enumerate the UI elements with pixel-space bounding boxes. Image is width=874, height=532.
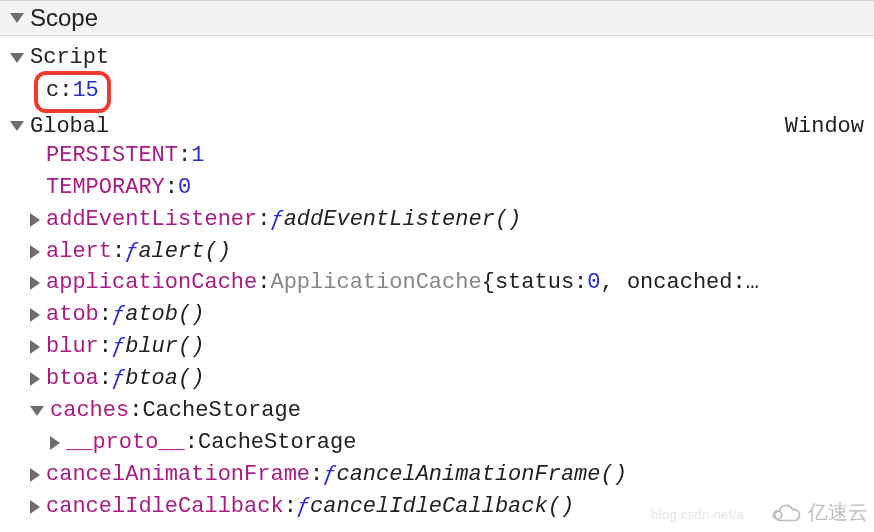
- global-constructor: Window: [785, 114, 864, 139]
- property-name: TEMPORARY: [46, 172, 165, 204]
- function-keyword: ƒ: [323, 459, 336, 491]
- script-section[interactable]: Script: [0, 44, 874, 71]
- function-keyword: ƒ: [297, 491, 310, 523]
- chevron-right-icon: [30, 276, 40, 290]
- property-name: addEventListener: [46, 204, 257, 236]
- function-signature: cancelIdleCallback(): [310, 491, 574, 523]
- highlight-box: c: 15: [34, 71, 111, 113]
- chevron-right-icon: [30, 213, 40, 227]
- property-row[interactable]: blur: ƒ blur(): [0, 331, 874, 363]
- function-signature: btoa(): [125, 363, 204, 395]
- chevron-right-icon: [30, 372, 40, 386]
- property-name: __proto__: [66, 427, 185, 459]
- chevron-right-icon: [30, 468, 40, 482]
- property-name: blur: [46, 331, 99, 363]
- constant-row[interactable]: TEMPORARY: 0: [0, 172, 874, 204]
- watermark: 亿速云: [768, 499, 868, 526]
- function-signature: blur(): [125, 331, 204, 363]
- watermark-text: 亿速云: [808, 499, 868, 526]
- script-label: Script: [30, 45, 109, 70]
- property-name: cancelAnimationFrame: [46, 459, 310, 491]
- property-name: cancelIdleCallback: [46, 491, 284, 523]
- property-row[interactable]: addEventListener: ƒ addEventListener(): [0, 204, 874, 236]
- property-value: 0: [178, 172, 191, 204]
- property-row[interactable]: alert: ƒ alert(): [0, 236, 874, 268]
- inline-prop: status: [495, 267, 574, 299]
- chevron-down-icon: [10, 53, 24, 63]
- property-row[interactable]: caches: CacheStorage: [0, 395, 874, 427]
- function-keyword: ƒ: [112, 331, 125, 363]
- property-name: atob: [46, 299, 99, 331]
- function-keyword: ƒ: [270, 204, 283, 236]
- inline-tail: , oncached:…: [601, 267, 759, 299]
- global-section[interactable]: Global Window: [0, 113, 874, 140]
- scope-header[interactable]: Scope: [0, 0, 874, 36]
- object-constructor: CacheStorage: [142, 395, 300, 427]
- global-label: Global: [30, 114, 109, 139]
- chevron-right-icon: [30, 500, 40, 514]
- function-keyword: ƒ: [112, 299, 125, 331]
- property-row[interactable]: btoa: ƒ btoa(): [0, 363, 874, 395]
- function-keyword: ƒ: [112, 363, 125, 395]
- scope-title: Scope: [30, 4, 98, 32]
- property-name: applicationCache: [46, 267, 257, 299]
- chevron-down-icon: [10, 121, 24, 131]
- property-value: 1: [191, 140, 204, 172]
- chevron-down-icon: [30, 406, 44, 416]
- faint-watermark: blog.csdn.net/a: [651, 507, 744, 522]
- property-name: alert: [46, 236, 112, 268]
- property-row[interactable]: atob: ƒ atob(): [0, 299, 874, 331]
- function-signature: addEventListener(): [284, 204, 522, 236]
- chevron-right-icon: [30, 245, 40, 259]
- function-keyword: ƒ: [125, 236, 138, 268]
- chevron-right-icon: [30, 340, 40, 354]
- property-row[interactable]: cancelAnimationFrame: ƒ cancelAnimationF…: [0, 459, 874, 491]
- object-constructor: ApplicationCache: [270, 267, 481, 299]
- constant-row[interactable]: PERSISTENT: 1: [0, 140, 874, 172]
- chevron-down-icon: [10, 13, 24, 23]
- var-value: 15: [72, 75, 98, 107]
- chevron-right-icon: [30, 308, 40, 322]
- var-name: c: [46, 75, 59, 107]
- object-constructor: CacheStorage: [198, 427, 356, 459]
- property-name: btoa: [46, 363, 99, 395]
- script-var-row[interactable]: c: 15: [0, 71, 874, 113]
- function-signature: alert(): [138, 236, 230, 268]
- property-name: caches: [50, 395, 129, 427]
- inline-val: 0: [587, 267, 600, 299]
- cloud-icon: [768, 502, 802, 524]
- property-row[interactable]: applicationCache: ApplicationCache {stat…: [0, 267, 874, 299]
- property-name: PERSISTENT: [46, 140, 178, 172]
- chevron-right-icon: [50, 436, 60, 450]
- child-property-row[interactable]: __proto__: CacheStorage: [0, 427, 874, 459]
- function-signature: cancelAnimationFrame(): [336, 459, 626, 491]
- function-signature: atob(): [125, 299, 204, 331]
